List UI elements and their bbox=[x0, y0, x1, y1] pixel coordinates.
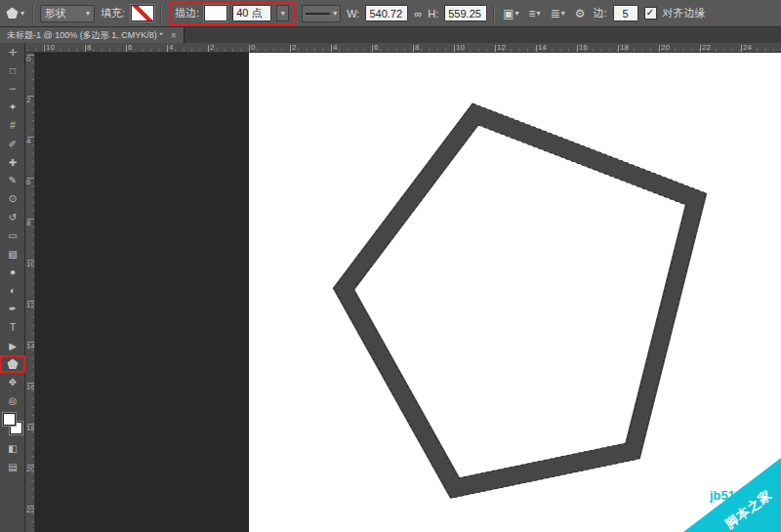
pen-tool[interactable]: ✒ bbox=[0, 300, 25, 318]
document-title: 未标题-1 @ 100% (多边形 1, CMYK/8) * bbox=[7, 29, 163, 42]
polygon-tool-icon bbox=[6, 7, 19, 20]
stroke-width-value: 40 点 bbox=[236, 6, 262, 20]
chevron-down-icon: ▾ bbox=[86, 9, 90, 18]
path-selection-tool[interactable]: ▶ bbox=[0, 337, 25, 355]
brush-tool[interactable]: ✎ bbox=[0, 172, 25, 190]
ruler-label: 4 bbox=[333, 43, 337, 52]
eraser-tool[interactable]: ▭ bbox=[0, 226, 25, 245]
ruler-label: 12 bbox=[497, 43, 506, 52]
tool-mode-label: 形状 bbox=[45, 6, 66, 20]
stroke-style-line-icon bbox=[306, 13, 330, 15]
chevron-down-icon: ▾ bbox=[281, 9, 285, 18]
gradient-tool[interactable]: ▧ bbox=[0, 245, 25, 264]
ruler-label: 2 bbox=[210, 43, 214, 52]
shape-width-field[interactable]: 540.72 bbox=[365, 5, 408, 21]
pentagon-shape bbox=[344, 114, 696, 488]
ruler-label: 16 bbox=[26, 383, 35, 391]
canvas-svg bbox=[35, 53, 781, 532]
geometry-options-button[interactable]: ⚙ bbox=[573, 6, 588, 21]
horizontal-ruler[interactable]: 10864202468101214161820222426 bbox=[25, 43, 781, 53]
divider bbox=[493, 5, 495, 22]
foreground-color-swatch[interactable] bbox=[3, 413, 16, 426]
ruler-label: 6 bbox=[26, 178, 30, 186]
ruler-label: 6 bbox=[128, 43, 132, 52]
chevron-down-icon: ▾ bbox=[21, 9, 24, 18]
move-tool[interactable]: ✛ bbox=[0, 43, 25, 61]
ruler-label: 24 bbox=[743, 43, 752, 52]
ruler-label: 18 bbox=[26, 424, 35, 432]
align-edges-checkbox[interactable]: ✓ bbox=[644, 7, 657, 20]
marquee-tool[interactable]: □ bbox=[0, 61, 25, 80]
stroke-swatch[interactable] bbox=[204, 5, 227, 21]
quick-mask-button[interactable]: ◧ bbox=[0, 439, 25, 458]
history-brush-tool[interactable]: ↺ bbox=[0, 208, 25, 226]
type-tool[interactable]: T bbox=[0, 318, 25, 337]
tools-bottom: ◧▤ bbox=[0, 439, 24, 476]
path-arrange-button[interactable]: ≣ ▾ bbox=[549, 6, 567, 21]
tools-list: ✛□∽✦#✐✚✎⊙↺▭▧●◐✒T▶✥◎ bbox=[0, 43, 24, 410]
ruler-label: 8 bbox=[415, 43, 419, 52]
chevron-down-icon: ▾ bbox=[515, 9, 519, 18]
divider bbox=[32, 5, 34, 22]
ruler-label: 18 bbox=[620, 43, 629, 52]
sides-field[interactable]: 5 bbox=[613, 5, 638, 21]
options-bar: ▾ 形状 ▾ 填充: 描边: 40 点 ▾ ▾ W: 540.72 ∞ bbox=[0, 0, 781, 27]
shape-width-value: 540.72 bbox=[369, 8, 402, 20]
eyedropper-tool[interactable]: ✐ bbox=[0, 135, 25, 153]
ruler-label: 20 bbox=[661, 43, 670, 52]
photoshop-window: ▾ 形状 ▾ 填充: 描边: 40 点 ▾ ▾ W: 540.72 ∞ bbox=[0, 0, 781, 532]
ruler-label: 6 bbox=[374, 43, 378, 52]
clone-stamp-tool[interactable]: ⊙ bbox=[0, 189, 25, 208]
path-operations-icon: ▣ bbox=[503, 7, 514, 20]
crop-tool[interactable]: # bbox=[0, 116, 25, 135]
polygon-shape-tool[interactable] bbox=[0, 355, 25, 374]
tool-mode-select[interactable]: 形状 ▾ bbox=[40, 5, 95, 22]
gear-icon: ⚙ bbox=[575, 7, 586, 20]
ruler-label: 14 bbox=[538, 43, 547, 52]
shape-height-field[interactable]: 559.25 bbox=[444, 5, 487, 21]
document-tab-bar: 未标题-1 @ 100% (多边形 1, CMYK/8) * × bbox=[0, 27, 781, 44]
document-viewport bbox=[35, 53, 781, 532]
divider bbox=[160, 5, 162, 22]
fill-swatch[interactable] bbox=[131, 5, 154, 21]
stroke-width-dropdown[interactable]: ▾ bbox=[276, 5, 289, 21]
screen-mode-button[interactable]: ▤ bbox=[0, 458, 25, 476]
ruler-label: 0 bbox=[26, 55, 30, 63]
blur-tool[interactable]: ● bbox=[0, 264, 25, 282]
link-dimensions-icon[interactable]: ∞ bbox=[414, 8, 422, 20]
ruler-label: 2 bbox=[26, 96, 30, 104]
path-alignment-button[interactable]: ≡ ▾ bbox=[527, 6, 543, 21]
ruler-label: 8 bbox=[26, 219, 30, 227]
dodge-tool[interactable]: ◐ bbox=[0, 281, 25, 300]
ruler-label: 10 bbox=[46, 43, 55, 52]
hand-tool[interactable]: ✥ bbox=[0, 373, 25, 391]
current-tool-button[interactable]: ▾ bbox=[4, 5, 26, 21]
sides-value: 5 bbox=[622, 8, 628, 20]
zoom-tool[interactable]: ◎ bbox=[0, 391, 25, 410]
document-tab[interactable]: 未标题-1 @ 100% (多边形 1, CMYK/8) * × bbox=[0, 27, 185, 43]
close-tab-icon[interactable]: × bbox=[171, 30, 177, 41]
color-swatches bbox=[0, 410, 25, 439]
chevron-down-icon: ▾ bbox=[333, 9, 337, 18]
quick-selection-tool[interactable]: ✦ bbox=[0, 98, 25, 116]
ruler-label: 10 bbox=[26, 260, 35, 268]
spot-healing-tool[interactable]: ✚ bbox=[0, 153, 25, 172]
ruler-label: 12 bbox=[26, 301, 35, 309]
stroke-label: 描边: bbox=[175, 6, 199, 20]
ruler-label: 2 bbox=[292, 43, 296, 52]
path-alignment-icon: ≡ bbox=[529, 7, 536, 20]
lasso-tool[interactable]: ∽ bbox=[0, 80, 25, 99]
path-operations-button[interactable]: ▣ ▾ bbox=[501, 6, 520, 21]
ruler-label: 10 bbox=[456, 43, 465, 52]
ruler-label: 4 bbox=[26, 137, 30, 145]
ruler-label: 8 bbox=[87, 43, 91, 52]
stroke-width-field[interactable]: 40 点 bbox=[232, 5, 271, 21]
path-arrange-icon: ≣ bbox=[551, 7, 560, 20]
ruler-label: 22 bbox=[702, 43, 711, 52]
shape-height-value: 559.25 bbox=[448, 8, 481, 20]
height-label: H: bbox=[428, 8, 438, 20]
stroke-style-select[interactable]: ▾ bbox=[302, 5, 341, 22]
width-label: W: bbox=[347, 8, 359, 20]
vertical-ruler[interactable]: 0246810121416182022 bbox=[25, 53, 35, 532]
ruler-label: 4 bbox=[169, 43, 173, 52]
